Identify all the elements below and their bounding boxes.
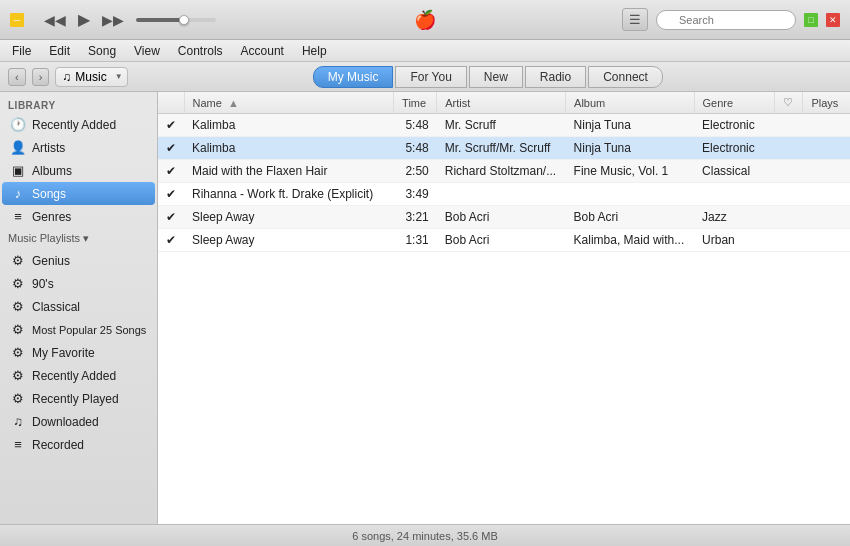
row-heart (774, 206, 803, 229)
row-genre: Jazz (694, 206, 774, 229)
recently-played-icon: ⚙ (10, 391, 26, 406)
main-layout: Library 🕐 Recently Added 👤 Artists ▣ Alb… (0, 92, 850, 524)
tab-my-music[interactable]: My Music (313, 66, 394, 88)
volume-thumb[interactable] (179, 15, 189, 25)
play-button[interactable]: ▶ (74, 8, 94, 31)
sidebar-item-songs[interactable]: ♪ Songs (2, 182, 155, 205)
col-name[interactable]: Name ▲ (184, 92, 394, 114)
table-header: Name ▲ Time Artist Album Genre ♡ Plays (158, 92, 850, 114)
search-input[interactable] (656, 10, 796, 30)
sidebar-item-label: Songs (32, 187, 66, 201)
music-icon: ♫ (62, 70, 71, 84)
sidebar-item-genius[interactable]: ⚙ Genius (2, 249, 155, 272)
sidebar-item-recorded[interactable]: ≡ Recorded (2, 433, 155, 456)
menu-item-file[interactable]: File (4, 42, 39, 60)
col-artist[interactable]: Artist (437, 92, 566, 114)
list-view-button[interactable]: ☰ (622, 8, 648, 31)
sidebar-item-genres[interactable]: ≡ Genres (2, 205, 155, 228)
row-album: Bob Acri (566, 206, 695, 229)
col-album[interactable]: Album (566, 92, 695, 114)
row-artist: Bob Acri (437, 206, 566, 229)
back-button[interactable]: ‹ (8, 68, 26, 86)
row-genre: Urban (694, 229, 774, 252)
sidebar-item-most-popular[interactable]: ⚙ Most Popular 25 Songs (2, 318, 155, 341)
row-genre: Classical (694, 160, 774, 183)
search-wrap: 🔍 (656, 10, 796, 30)
songs-icon: ♪ (10, 186, 26, 201)
song-table-body: ✔ Kalimba 5:48 Mr. Scruff Ninja Tuna Ele… (158, 114, 850, 252)
sidebar-item-label: Artists (32, 141, 65, 155)
menu-item-controls[interactable]: Controls (170, 42, 231, 60)
sidebar-item-classical[interactable]: ⚙ Classical (2, 295, 155, 318)
table-row[interactable]: ✔ Maid with the Flaxen Hair 2:50 Richard… (158, 160, 850, 183)
genres-icon: ≡ (10, 209, 26, 224)
title-bar-right: ☰ 🔍 □ ✕ (622, 8, 850, 31)
row-plays (803, 183, 850, 206)
tab-connect[interactable]: Connect (588, 66, 663, 88)
row-heart (774, 137, 803, 160)
row-check: ✔ (158, 114, 184, 137)
row-artist: Mr. Scruff/Mr. Scruff (437, 137, 566, 160)
playlists-label: Music Playlists ▾ (8, 232, 89, 245)
row-genre (694, 183, 774, 206)
menu-item-account[interactable]: Account (233, 42, 292, 60)
sidebar-item-recently-added-pl[interactable]: ⚙ Recently Added (2, 364, 155, 387)
sidebar-item-90s[interactable]: ⚙ 90's (2, 272, 155, 295)
row-album: Ninja Tuna (566, 114, 695, 137)
sidebar-item-my-favorite[interactable]: ⚙ My Favorite (2, 341, 155, 364)
table-row[interactable]: ✔ Rihanna - Work ft. Drake (Explicit) 3:… (158, 183, 850, 206)
sidebar-item-downloaded[interactable]: ♫ Downloaded (2, 410, 155, 433)
volume-slider[interactable] (136, 18, 216, 22)
music-selector[interactable]: ♫ Music (55, 67, 127, 87)
forward-button[interactable]: › (32, 68, 50, 86)
col-check[interactable] (158, 92, 184, 114)
sidebar-item-artists[interactable]: 👤 Artists (2, 136, 155, 159)
col-heart[interactable]: ♡ (774, 92, 803, 114)
menu-item-song[interactable]: Song (80, 42, 124, 60)
recorded-icon: ≡ (10, 437, 26, 452)
row-time: 5:48 (394, 114, 437, 137)
row-plays (803, 229, 850, 252)
close-button[interactable]: ✕ (826, 13, 840, 27)
playlists-header[interactable]: Music Playlists ▾ (0, 228, 157, 249)
sidebar-item-label: 90's (32, 277, 54, 291)
transport-controls: ◀◀ ▶ ▶▶ (24, 8, 128, 31)
menu-item-edit[interactable]: Edit (41, 42, 78, 60)
table-row[interactable]: ✔ Kalimba 5:48 Mr. Scruff Ninja Tuna Ele… (158, 114, 850, 137)
sidebar-item-albums[interactable]: ▣ Albums (2, 159, 155, 182)
row-time: 1:31 (394, 229, 437, 252)
next-button[interactable]: ▶▶ (98, 10, 128, 30)
sidebar-item-label: Classical (32, 300, 80, 314)
tab-for-you[interactable]: For You (395, 66, 466, 88)
my-favorite-icon: ⚙ (10, 345, 26, 360)
row-time: 3:49 (394, 183, 437, 206)
table-row[interactable]: ✔ Sleep Away 1:31 Bob Acri Kalimba, Maid… (158, 229, 850, 252)
classical-icon: ⚙ (10, 299, 26, 314)
restore-button[interactable]: □ (804, 13, 818, 27)
row-artist: Mr. Scruff (437, 114, 566, 137)
menu-item-help[interactable]: Help (294, 42, 335, 60)
tab-radio[interactable]: Radio (525, 66, 586, 88)
col-plays[interactable]: Plays (803, 92, 850, 114)
table-row[interactable]: ✔ Kalimba 5:48 Mr. Scruff/Mr. Scruff Nin… (158, 137, 850, 160)
sidebar-item-label: Albums (32, 164, 72, 178)
minimize-button[interactable]: ─ (10, 13, 24, 27)
row-album: Ninja Tuna (566, 137, 695, 160)
most-popular-icon: ⚙ (10, 322, 26, 337)
recently-added-pl-icon: ⚙ (10, 368, 26, 383)
row-plays (803, 137, 850, 160)
sidebar-item-recently-added[interactable]: 🕐 Recently Added (2, 113, 155, 136)
sidebar-item-label: Recently Played (32, 392, 119, 406)
tab-new[interactable]: New (469, 66, 523, 88)
sidebar-item-recently-played[interactable]: ⚙ Recently Played (2, 387, 155, 410)
table-row[interactable]: ✔ Sleep Away 3:21 Bob Acri Bob Acri Jazz (158, 206, 850, 229)
col-genre[interactable]: Genre (694, 92, 774, 114)
prev-button[interactable]: ◀◀ (40, 10, 70, 30)
col-time[interactable]: Time (394, 92, 437, 114)
row-name: Sleep Away (184, 229, 394, 252)
sidebar: Library 🕐 Recently Added 👤 Artists ▣ Alb… (0, 92, 158, 524)
sidebar-item-label: Genres (32, 210, 71, 224)
row-heart (774, 114, 803, 137)
menu-item-view[interactable]: View (126, 42, 168, 60)
sidebar-item-label: Recently Added (32, 369, 116, 383)
